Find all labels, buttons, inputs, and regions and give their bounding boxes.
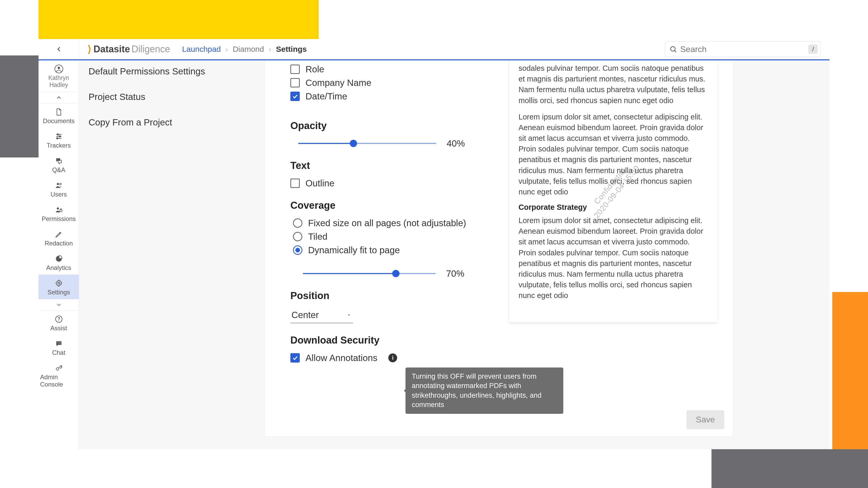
sidebar-item-label: Redaction [44,240,73,247]
radio-row-dynamic: Dynamically fit to page [293,245,483,255]
sidebar-item-settings[interactable]: Settings [38,274,79,299]
radio-fixed-size[interactable] [293,218,302,228]
checkbox-outline[interactable] [290,178,300,188]
checkbox-allow-annotations[interactable] [290,353,300,363]
heading-position: Position [290,290,483,301]
section-project-status[interactable]: Project Status [89,92,219,102]
sidebar-item-chat[interactable]: Chat [38,335,79,359]
sidebar-item-users[interactable]: Users [38,177,79,201]
svg-line-1 [675,51,676,52]
checkbox-company-name[interactable] [290,78,300,88]
svg-point-11 [60,183,61,185]
radio-dynamic-fit[interactable] [293,246,302,255]
sidebar-item-redaction[interactable]: Redaction [38,226,79,250]
opacity-slider-wrap: 40% [298,138,483,149]
checkbox-date-time[interactable] [290,92,300,101]
sliders-icon [55,132,63,140]
svg-point-17 [58,343,58,343]
caret-down-icon [346,312,352,318]
info-icon[interactable]: i [388,353,397,362]
chat-icon [55,157,63,165]
radio-label: Fixed size on all pages (not adjustable) [308,218,466,228]
radio-label: Dynamically fit to page [308,245,400,255]
radio-tiled[interactable] [293,232,302,241]
checkbox-role[interactable] [290,65,300,74]
slider-fill [303,273,396,274]
check-icon [292,355,298,361]
checkbox-row-outline: Outline [290,178,483,189]
save-button[interactable]: Save [686,410,724,429]
user-lock-icon [55,206,63,214]
coverage-size-value: 70% [446,268,464,279]
preview-paragraph: Lorem ipsum dolor sit amet, consectetur … [519,112,708,197]
svg-text:?: ? [57,317,60,322]
checkbox-label: Allow Annotations [306,353,377,363]
preview-heading: Corporate Strategy [519,203,708,212]
help-icon: ? [55,315,63,323]
section-default-permissions[interactable]: Default Permissions Settings [89,66,219,76]
sidebar-item-analytics[interactable]: Analytics [38,250,79,274]
position-select[interactable]: Center [290,308,353,323]
sidebar-collapse-up[interactable] [38,92,79,103]
coverage-radio-group: Fixed size on all pages (not adjustable)… [293,218,483,255]
sidebar-expand-down[interactable] [38,299,79,311]
sidebar-item-label: Users [51,191,67,198]
tooltip-allow-annotations: Turning this OFF will prevent users from… [405,367,563,414]
search-field[interactable]: / [665,41,820,57]
sidebar-item-qa[interactable]: Q&A [38,152,79,177]
breadcrumb-diamond[interactable]: Diamond [233,45,264,54]
chevron-down-icon [56,301,62,308]
chevron-up-icon [56,94,62,101]
slider-thumb[interactable] [392,270,400,277]
sidebar-item-label: Chat [52,349,65,356]
heading-download-security: Download Security [290,335,483,346]
position-value: Center [291,310,319,320]
svg-point-12 [57,207,59,209]
checkbox-label: Company Name [306,77,371,88]
sidebar-user[interactable]: Kathryn Hadley [38,60,79,92]
sidebar-item-trackers[interactable]: Trackers [38,128,79,152]
slider-thumb[interactable] [350,140,357,147]
radio-label: Tiled [308,231,328,242]
opacity-value: 40% [446,138,465,149]
breadcrumb-launchpad[interactable]: Launchpad [182,45,221,54]
gear-icon [55,279,63,287]
checkbox-row-role: Role [290,64,483,74]
main-area: Default Permissions Settings Project Sta… [79,60,830,449]
settings-section-list: Default Permissions Settings Project Sta… [89,66,219,128]
preview-paragraph: Lorem ipsum dolor sit amet, consectetur … [519,215,708,301]
checkbox-label: Role [306,64,324,74]
checkbox-row-datetime: Date/Time [290,91,483,101]
settings-panel: Role Company Name Date/Time Opacity [265,60,733,437]
sidebar-item-assist[interactable]: ? Assist [38,311,79,335]
checkbox-row-allow-annotations: Allow Annotations i [290,353,483,363]
svg-point-19 [60,343,61,343]
heading-text: Text [290,160,483,171]
decor-orange [832,292,868,449]
breadcrumbs: Launchpad › Diamond › Settings [182,45,307,54]
search-input[interactable] [680,44,808,54]
app-window: ⟩ Datasite Diligence Launchpad › Diamond… [38,39,830,449]
back-button[interactable] [38,38,79,60]
search-icon [669,45,677,53]
section-copy-from-project[interactable]: Copy From a Project [89,117,219,128]
decor-yellow [38,0,319,39]
checkbox-label: Outline [306,178,334,189]
coverage-size-slider[interactable] [303,268,436,279]
svg-point-20 [56,368,59,370]
sidebar-item-admin[interactable]: Admin Console [38,359,79,391]
svg-point-7 [57,134,58,135]
check-icon [292,93,298,99]
breadcrumb-settings: Settings [276,45,307,54]
preview-paragraph: sodales pulvinar tempor. Cum sociis nato… [519,63,708,106]
brand-logo-icon: ⟩ [88,43,91,55]
tooltip-text: Turning this OFF will prevent users from… [412,372,541,409]
sidebar-item-permissions[interactable]: Permissions [38,201,79,226]
opacity-slider[interactable] [298,138,436,149]
sidebar-item-documents[interactable]: Documents [38,103,79,128]
sidebar-item-label: Trackers [46,142,70,149]
file-icon [55,108,63,116]
brand: ⟩ Datasite Diligence [79,43,178,55]
svg-point-18 [59,343,60,343]
svg-rect-13 [60,210,62,212]
